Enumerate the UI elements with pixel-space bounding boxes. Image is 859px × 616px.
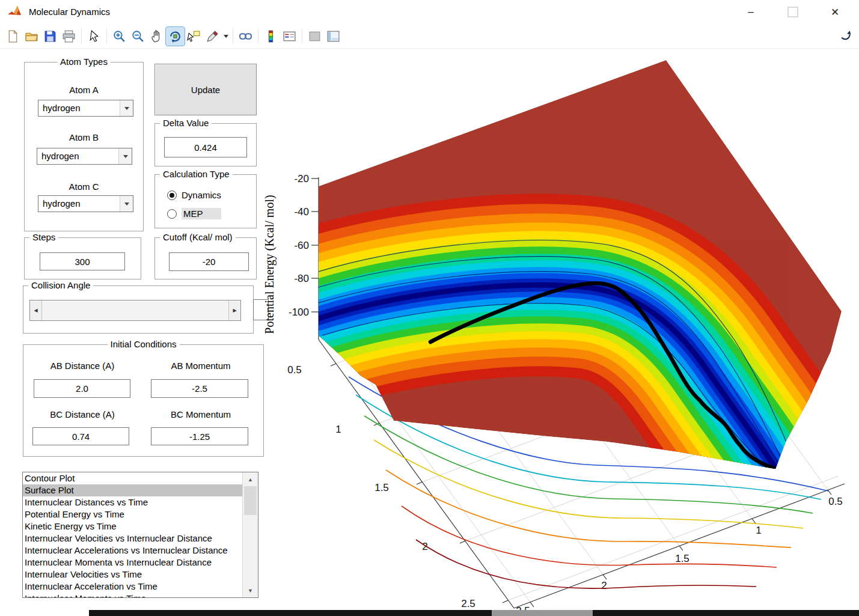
list-item[interactable]: Internuclear Momenta vs Time (23, 593, 243, 598)
update-button[interactable]: Update (154, 64, 257, 115)
dynamics-radio[interactable] (167, 191, 177, 200)
matlab-logo-icon (7, 5, 22, 19)
initial-conditions-legend: Initial Conditions (107, 339, 179, 349)
new-document-icon[interactable] (4, 27, 22, 46)
brush-icon[interactable] (203, 27, 222, 46)
plot-tools-icon[interactable] (305, 27, 324, 46)
maximize-icon (787, 7, 798, 17)
open-folder-icon[interactable] (22, 27, 41, 46)
save-icon[interactable] (41, 27, 60, 46)
atom-a-select[interactable]: hydrogen (38, 100, 133, 117)
list-item[interactable]: Potential Energy vs Time (23, 508, 243, 520)
ab-distance-input[interactable]: 2.0 (34, 379, 130, 398)
title-bar: Molecular Dynamics – ✕ (0, 0, 859, 24)
mep-radio[interactable] (167, 209, 177, 219)
zoom-out-icon[interactable] (129, 27, 147, 46)
atom-c-dropdown-button[interactable] (120, 196, 133, 212)
maximize-button[interactable] (779, 0, 807, 24)
data-cursor-icon[interactable] (185, 27, 203, 46)
steps-input[interactable]: 300 (40, 252, 125, 270)
bc-momentum-input[interactable]: -1.25 (151, 427, 248, 445)
atom-c-select[interactable]: hydrogen (38, 195, 133, 212)
list-item[interactable]: Contour Plot (23, 472, 243, 484)
pan-hand-icon[interactable] (147, 27, 166, 46)
toolbar-separator (233, 28, 233, 44)
x-tick: 1.5 (675, 553, 689, 564)
atom-a-value: hydrogen (38, 100, 120, 116)
chevron-down-icon (124, 203, 129, 206)
scroll-up-icon[interactable]: ▲ (243, 472, 258, 486)
brush-dropdown-icon[interactable] (222, 27, 230, 46)
insert-legend-icon[interactable] (280, 27, 299, 46)
show-plot-tools-icon[interactable] (324, 27, 343, 46)
dock-figure-icon[interactable] (837, 27, 855, 46)
toolbar-separator (106, 28, 107, 44)
cutoff-input[interactable]: -20 (169, 252, 249, 271)
print-icon[interactable] (60, 27, 78, 46)
atom-b-label: Atom B (25, 132, 143, 142)
collision-angle-legend: Collision Angle (28, 280, 93, 290)
figure-toolbar (0, 24, 859, 49)
list-item[interactable]: Internuclear Distances vs Time (23, 496, 243, 508)
mep-radio-row: MEP (167, 208, 221, 219)
slider-left-arrow-icon[interactable]: ◀ (30, 300, 42, 320)
list-item[interactable]: Internuclear Acceleration vs Time (23, 581, 243, 593)
list-item-selected[interactable]: Surface Plot (23, 484, 243, 496)
close-button[interactable]: ✕ (821, 0, 849, 24)
zoom-in-icon[interactable] (110, 27, 129, 46)
z-tick: -40 (294, 206, 309, 218)
window-title: Molecular Dynamics (29, 0, 110, 24)
toolbar-separator (258, 28, 258, 44)
surface-plot-3d[interactable]: -20 -40 -60 -80 -100 0.5 1 1.5 2 2.5 2.5… (258, 48, 859, 616)
listbox-scrollbar[interactable]: ▲ ▼ (242, 472, 258, 597)
pointer-icon[interactable] (85, 27, 103, 46)
atom-types-group: Atom Types Atom A hydrogen Atom B hydrog… (24, 62, 144, 231)
atom-a-label: Atom A (25, 85, 143, 95)
list-item[interactable]: Internuclear Velocities vs Internuclear … (23, 532, 243, 544)
list-item[interactable]: Kinetic Energy vs Time (23, 520, 243, 532)
chevron-down-icon (123, 155, 128, 158)
atom-b-select[interactable]: hydrogen (37, 148, 132, 165)
minimize-button[interactable]: – (737, 0, 765, 24)
y-tick: 2.5 (461, 598, 475, 609)
collision-angle-slider[interactable]: ◀ ▶ (29, 300, 241, 321)
x-tick: 0.5 (828, 496, 843, 507)
slider-right-arrow-icon[interactable]: ▶ (228, 300, 240, 320)
dynamics-radio-label: Dynamics (182, 190, 221, 200)
list-item[interactable]: Internuclear Accelerations vs Internucle… (23, 544, 243, 557)
delta-value-legend: Delta Value (160, 118, 212, 128)
atom-b-dropdown-button[interactable] (118, 148, 132, 164)
link-plots-icon[interactable] (236, 27, 255, 46)
list-item[interactable]: Internulear Velocities vs Time (23, 569, 243, 581)
atom-c-value: hydrogen (38, 196, 120, 212)
slider-track[interactable] (42, 300, 228, 320)
bc-distance-input[interactable]: 0.74 (32, 427, 129, 445)
ab-momentum-label: AB Momentum (147, 361, 255, 371)
potential-energy-surface (319, 60, 842, 471)
z-tick: -60 (294, 240, 309, 251)
x-tick: 2 (601, 580, 607, 591)
z-tick: -20 (294, 173, 309, 184)
atom-a-dropdown-button[interactable] (120, 100, 133, 116)
delta-value-input[interactable]: 0.424 (164, 137, 247, 157)
toolbar-separator (302, 28, 302, 44)
scrollbar-thumb[interactable] (244, 486, 257, 515)
initial-conditions-group: Initial Conditions AB Distance (A) AB Mo… (23, 344, 264, 457)
rotate-3d-icon[interactable] (166, 27, 185, 46)
atom-c-label: Atom C (25, 181, 143, 192)
steps-group: Steps 300 (24, 237, 141, 279)
steps-legend: Steps (29, 232, 58, 242)
y-tick: 0.5 (287, 364, 302, 376)
plot-type-listbox[interactable]: Contour Plot Surface Plot Internuclear D… (22, 472, 258, 598)
list-item[interactable]: Internuclear Momenta vs Internuclear Dis… (23, 557, 243, 569)
collision-angle-group: Collision Angle ◀ ▶ (23, 285, 254, 334)
calculation-type-group: Calculation Type Dynamics MEP (154, 174, 257, 228)
atom-types-legend: Atom Types (57, 56, 111, 67)
y-tick: 1 (335, 424, 341, 435)
delta-value-group: Delta Value 0.424 (154, 123, 257, 166)
scroll-down-icon[interactable]: ▼ (243, 584, 258, 597)
mep-radio-label: MEP (182, 208, 221, 219)
insert-colorbar-icon[interactable] (261, 27, 280, 46)
ab-momentum-input[interactable]: -2.5 (151, 379, 248, 398)
dynamics-radio-row: Dynamics (167, 190, 221, 200)
